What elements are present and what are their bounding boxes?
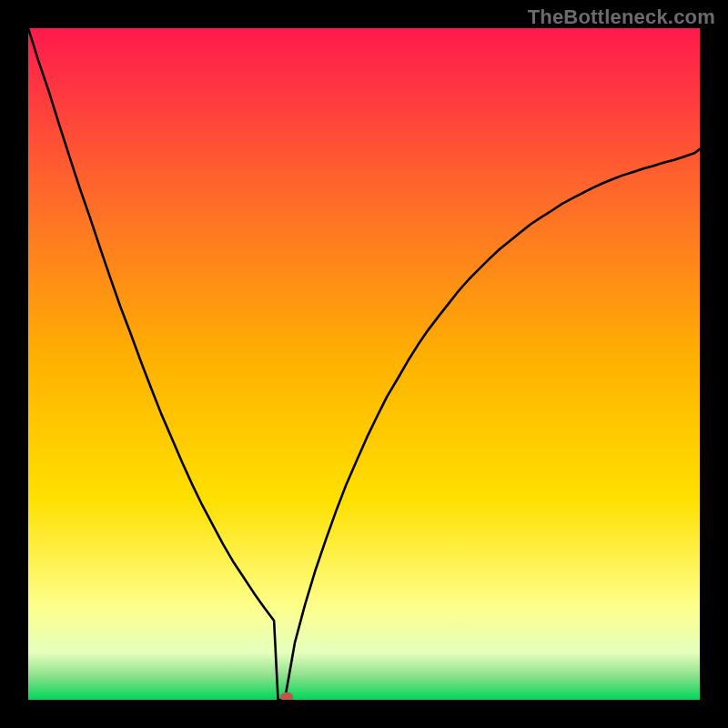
plot-area: [28, 28, 700, 700]
watermark-label: TheBottleneck.com: [528, 5, 715, 29]
chart-svg: [28, 28, 700, 700]
chart-frame: TheBottleneck.com: [0, 0, 728, 728]
gradient-background: [28, 28, 700, 700]
